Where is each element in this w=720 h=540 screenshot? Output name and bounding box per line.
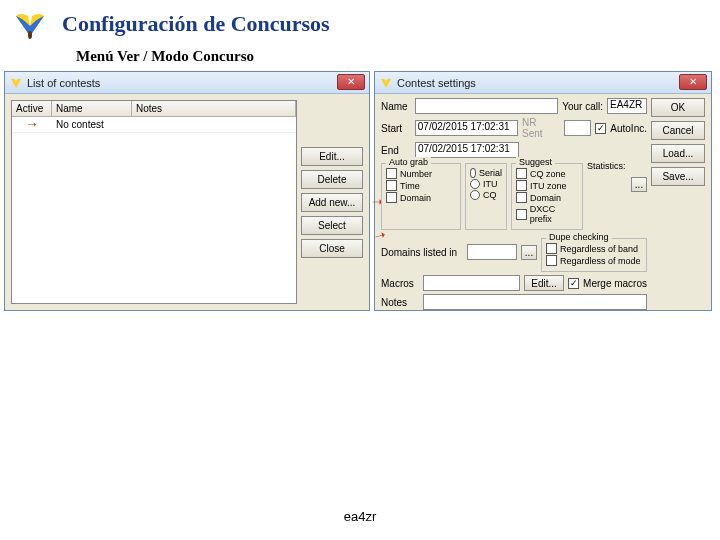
add-new-button[interactable]: Add new... — [301, 193, 363, 212]
footer-text: ea4zr — [0, 509, 720, 524]
col-active[interactable]: Active — [12, 101, 52, 116]
select-button[interactable]: Select — [301, 216, 363, 235]
serial-group: Serial ITU CQ — [465, 163, 507, 230]
name-input[interactable] — [415, 98, 558, 114]
close-icon[interactable]: ✕ — [679, 74, 707, 90]
macros-label: Macros — [381, 278, 419, 289]
contest-table[interactable]: Active Name Notes → No contest — [11, 100, 297, 304]
window-title: List of contests — [27, 77, 100, 89]
suggest-group: Suggest CQ zone ITU zone Domain DXCC pre… — [511, 163, 583, 230]
svg-point-0 — [28, 31, 32, 39]
close-icon[interactable]: ✕ — [337, 74, 365, 90]
rom-checkbox[interactable] — [546, 255, 557, 266]
load-button[interactable]: Load... — [651, 144, 705, 163]
breadcrumb: Menú Ver / Modo Concurso — [0, 44, 720, 71]
list-of-contests-window: List of contests ✕ Active Name Notes → N… — [4, 71, 370, 311]
macros-edit-button[interactable]: Edit... — [524, 275, 564, 291]
suggest-domain-checkbox[interactable] — [516, 192, 527, 203]
name-label: Name — [381, 101, 411, 112]
serial-radio[interactable] — [470, 168, 476, 178]
window-title: Contest settings — [397, 77, 476, 89]
domains-listed-input[interactable] — [467, 244, 517, 260]
number-checkbox[interactable] — [386, 168, 397, 179]
close-button[interactable]: Close — [301, 239, 363, 258]
cqzone-checkbox[interactable] — [516, 168, 527, 179]
merge-macros-checkbox[interactable]: ✓ — [568, 278, 579, 289]
rob-checkbox[interactable] — [546, 243, 557, 254]
statistics-button[interactable]: ... — [631, 177, 647, 192]
notes-label: Notes — [381, 297, 419, 308]
row-notes — [132, 117, 296, 132]
delete-button[interactable]: Delete — [301, 170, 363, 189]
start-label: Start — [381, 123, 411, 134]
window-icon — [9, 76, 23, 90]
cancel-button[interactable]: Cancel — [651, 121, 705, 140]
your-call-input[interactable]: EA4ZR — [607, 98, 647, 114]
save-button[interactable]: Save... — [651, 167, 705, 186]
statistics-label: Statistics: — [587, 161, 647, 171]
col-name[interactable]: Name — [52, 101, 132, 116]
macros-input[interactable] — [423, 275, 520, 291]
window-icon — [379, 76, 393, 90]
time-checkbox[interactable] — [386, 180, 397, 191]
contest-settings-window: Contest settings ✕ Name Your call: EA4ZR… — [374, 71, 712, 311]
your-call-label: Your call: — [562, 101, 603, 112]
merge-macros-label: Merge macros — [583, 278, 647, 289]
itu-radio[interactable] — [470, 179, 480, 189]
domains-browse-button[interactable]: ... — [521, 245, 537, 260]
ok-button[interactable]: OK — [651, 98, 705, 117]
col-notes[interactable]: Notes — [132, 101, 296, 116]
domain-checkbox[interactable] — [386, 192, 397, 203]
dxcc-checkbox[interactable] — [516, 209, 527, 220]
table-row[interactable]: → No contest — [12, 117, 296, 133]
nr-sent-label: NR Sent — [522, 117, 560, 139]
cq-radio[interactable] — [470, 190, 480, 200]
active-marker-icon: → — [12, 117, 52, 132]
end-input[interactable]: 07/02/2015 17:02:31 — [415, 142, 519, 158]
auto-grab-group: Auto grab Number Time Domain — [381, 163, 461, 230]
notes-input[interactable] — [423, 294, 647, 310]
ituzone-checkbox[interactable] — [516, 180, 527, 191]
end-label: End — [381, 145, 411, 156]
start-input[interactable]: 07/02/2015 17:02:31 — [415, 120, 518, 136]
row-name: No contest — [52, 117, 132, 132]
nr-sent-input[interactable] — [564, 120, 592, 136]
domains-listed-label: Domains listed in — [381, 247, 463, 258]
autoinc-label: AutoInc. — [610, 123, 647, 134]
edit-button[interactable]: Edit... — [301, 147, 363, 166]
dupe-checking-group: Dupe checking Regardless of band Regardl… — [541, 238, 647, 272]
autoinc-checkbox[interactable]: ✓ — [595, 123, 606, 134]
page-title: Configuración de Concursos — [62, 11, 330, 37]
app-logo — [10, 8, 50, 40]
